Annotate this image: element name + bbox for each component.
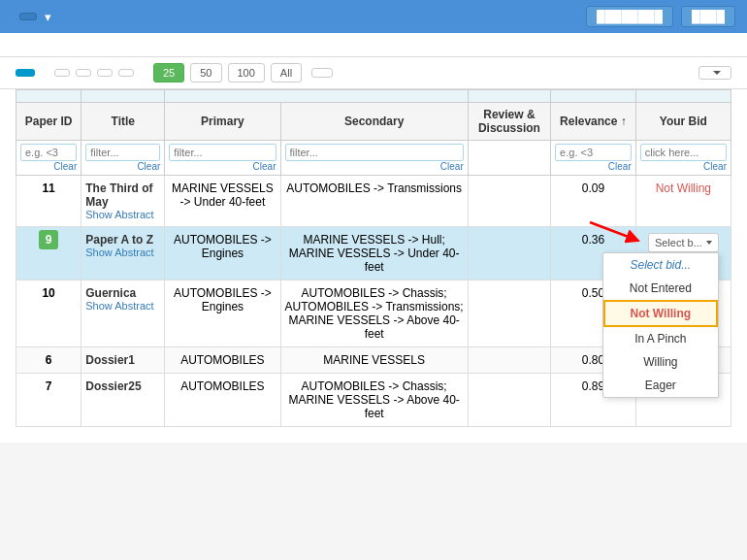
paper-id-cell: 7 [16, 374, 81, 427]
bid-not-willing: Not Willing [656, 181, 711, 195]
primary-cell: AUTOMOBILES [165, 374, 280, 427]
prev-page-button[interactable] [76, 69, 91, 77]
title-cell: Paper A to ZShow Abstract [81, 227, 165, 280]
user-button-1[interactable]: ████████ [586, 6, 673, 27]
col-primary: Primary [165, 103, 280, 141]
dropdown-item-not-entered[interactable]: Not Entered [603, 277, 718, 300]
dropdown-item-willing[interactable]: Willing [603, 350, 718, 374]
filter-bid-input[interactable] [640, 144, 727, 161]
role-selector[interactable] [19, 13, 37, 20]
show-all-button[interactable]: All [271, 63, 302, 82]
show-abstract-link[interactable]: Show Abstract [85, 209, 160, 220]
toolbar: 25 50 100 All [0, 57, 747, 89]
filter-bid-cell: Clear [635, 141, 731, 176]
paper-id-header [16, 90, 81, 103]
paper-id-cell: 10 [16, 280, 81, 347]
filter-primary-clear[interactable]: Clear [169, 161, 276, 172]
primary-cell: MARINE VESSELS -> Under 40-feet [165, 176, 280, 227]
paper-title: Dossier1 [85, 353, 160, 367]
top-bar: ▾ ████████ ████ [0, 0, 747, 33]
title-header [81, 90, 165, 103]
primary-cell: AUTOMOBILES -> Engines [165, 280, 280, 347]
title-cell: Dossier25 [81, 374, 165, 427]
filter-relevance-input[interactable] [555, 144, 632, 161]
last-page-button[interactable] [118, 69, 134, 77]
bid-cell[interactable]: Select b... Select bid...Not EnteredNot … [635, 227, 731, 280]
show-abstract-link[interactable]: Show Abstract [85, 247, 160, 258]
secondary-cell: AUTOMOBILES -> Chassis; AUTOMOBILES -> T… [280, 280, 468, 347]
paper-id-cell: 9 [16, 227, 81, 280]
primary-cell: AUTOMOBILES [165, 347, 280, 374]
col-paper-id: Paper ID [16, 103, 81, 141]
show-100-button[interactable]: 100 [228, 63, 265, 82]
col-review: Review & Discussion [468, 103, 550, 141]
paper-title: Dossier25 [85, 379, 160, 393]
filter-paper-id-input[interactable] [20, 144, 77, 161]
clear-all-filters-button[interactable] [311, 68, 333, 78]
review-cell [468, 374, 550, 427]
secondary-cell: AUTOMOBILES -> Chassis; MARINE VESSELS -… [280, 374, 468, 427]
secondary-cell: MARINE VESSELS -> Hull; MARINE VESSELS -… [280, 227, 468, 280]
filter-primary-cell: Clear [165, 141, 280, 176]
table-container: Paper ID Title Primary Secondary Review … [0, 89, 747, 443]
filter-secondary-input[interactable] [285, 144, 464, 161]
secondary-cell: MARINE VESSELS [280, 347, 468, 374]
paper-id-cell: 11 [16, 176, 81, 227]
filter-relevance-clear[interactable]: Clear [555, 161, 632, 172]
table-row: 9Paper A to ZShow AbstractAUTOMOBILES ->… [16, 227, 731, 280]
filter-title-clear[interactable]: Clear [85, 161, 160, 172]
primary-cell: AUTOMOBILES -> Engines [165, 227, 280, 280]
dropdown-item-eager[interactable]: Eager [603, 374, 718, 397]
page-header [0, 33, 747, 57]
user-button-2[interactable]: ████ [681, 6, 735, 27]
user-bar: ████████ ████ [586, 6, 735, 27]
first-page-button[interactable] [54, 69, 70, 77]
col-bid: Your Bid [635, 103, 731, 141]
actions-caret-icon [713, 71, 721, 75]
review-header [468, 90, 550, 103]
review-cell [468, 280, 550, 347]
paper-title: Guernica [85, 286, 160, 300]
title-cell: The Third of MayShow Abstract [81, 176, 165, 227]
filter-title-cell: Clear [81, 141, 165, 176]
filter-secondary-clear[interactable]: Clear [285, 161, 464, 172]
secondary-cell: AUTOMOBILES -> Transmissions [280, 176, 468, 227]
paper-title: The Third of May [85, 181, 160, 209]
title-cell: GuernicaShow Abstract [81, 280, 165, 347]
title-cell: Dossier1 [81, 347, 165, 374]
bid-cell[interactable]: Not Willing [635, 176, 731, 227]
review-cell [468, 176, 550, 227]
show-50-button[interactable]: 50 [190, 63, 221, 82]
dropdown-item-not-willing[interactable]: Not Willing [603, 300, 718, 327]
col-title: Title [81, 103, 165, 141]
subject-areas-header [165, 90, 468, 103]
filter-bid-clear[interactable]: Clear [640, 161, 727, 172]
bid-caret-icon [706, 241, 712, 245]
review-cell [468, 227, 550, 280]
filter-review-cell [468, 141, 550, 176]
paper-id-badge: 9 [39, 230, 59, 249]
next-page-button[interactable] [97, 69, 113, 77]
filter-paper-id-clear[interactable]: Clear [20, 161, 77, 172]
role-caret: ▾ [45, 10, 51, 24]
review-cell [468, 347, 550, 374]
filter-primary-input[interactable] [169, 144, 276, 161]
col-relevance: Relevance ↑ [551, 103, 636, 141]
red-arrow-indicator [585, 217, 643, 249]
show-abstract-link[interactable]: Show Abstract [85, 300, 160, 312]
dropdown-item-in-a-pinch[interactable]: In A Pinch [603, 327, 718, 350]
relevance-header [551, 90, 636, 103]
filter-relevance-cell: Clear [551, 141, 636, 176]
col-secondary: Secondary [280, 103, 468, 141]
dropdown-item-select-bid...[interactable]: Select bid... [603, 253, 718, 277]
your-bid-header [635, 90, 731, 103]
filter-title-input[interactable] [85, 144, 160, 161]
actions-button[interactable] [698, 66, 731, 80]
papers-table: Paper ID Title Primary Secondary Review … [16, 89, 731, 427]
svg-line-1 [590, 222, 633, 239]
show-25-button[interactable]: 25 [153, 63, 184, 82]
bidding-badge [16, 69, 35, 77]
paper-id-cell: 6 [16, 347, 81, 374]
bid-dropdown-container: Select b... Select bid...Not EnteredNot … [648, 233, 719, 252]
bid-select-button[interactable]: Select b... [648, 233, 719, 252]
